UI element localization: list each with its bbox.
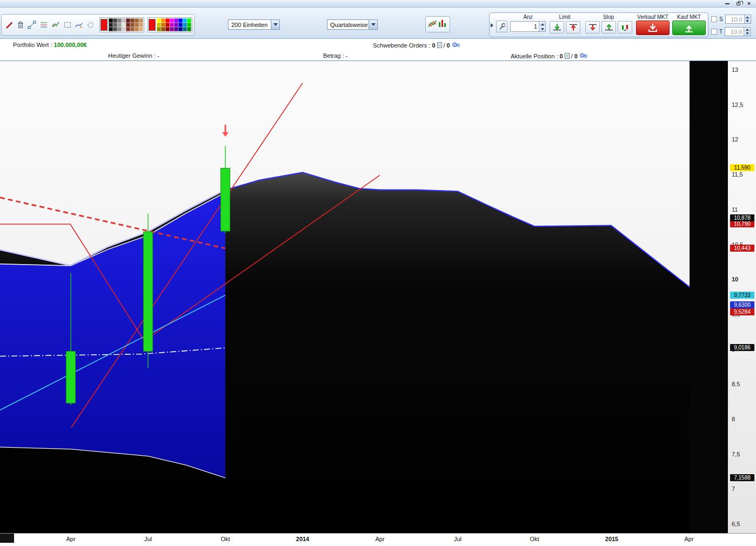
color-swatch[interactable] (178, 23, 183, 27)
order-list-icon[interactable] (437, 42, 442, 48)
palette-dark (99, 17, 144, 32)
color-swatch[interactable] (113, 23, 117, 27)
panel-collapse-arrow[interactable] (491, 23, 493, 28)
minimize-icon (725, 3, 730, 4)
freehand-tool[interactable] (74, 19, 85, 31)
color-swatch[interactable] (161, 23, 165, 27)
color-swatch[interactable] (183, 27, 187, 31)
color-swatch[interactable] (139, 18, 143, 23)
position-settings-gear-icon[interactable]: ⚙⚙ (579, 52, 588, 59)
lasso-tool[interactable] (85, 19, 96, 31)
order-settings-button[interactable] (496, 21, 507, 32)
palette-bright-primary-swatch[interactable] (149, 19, 156, 31)
window-restore-button[interactable] (734, 1, 742, 6)
sell-market-button[interactable] (636, 21, 670, 35)
color-swatch[interactable] (109, 18, 113, 23)
zigzag-tool[interactable] (50, 19, 61, 31)
x-axis-label: Apr (66, 536, 75, 542)
price-chart[interactable]: 1312,51211,51110,5109,598,587,576,5 11,5… (0, 61, 756, 533)
color-swatch[interactable] (178, 27, 183, 31)
color-swatch[interactable] (109, 27, 113, 31)
color-swatch[interactable] (122, 23, 126, 27)
color-swatch[interactable] (165, 18, 170, 23)
fibonacci-tool[interactable] (38, 19, 49, 31)
window-minimize-button[interactable] (724, 1, 731, 6)
color-swatch[interactable] (165, 23, 170, 27)
target-distance-stepper[interactable]: 10.0 (725, 27, 751, 36)
color-swatch[interactable] (109, 23, 113, 27)
buy-stop-button[interactable] (601, 21, 616, 33)
stop-checkbox[interactable] (711, 16, 717, 22)
color-swatch[interactable] (178, 18, 183, 23)
palette-dark-primary-swatch[interactable] (101, 19, 108, 31)
color-swatch[interactable] (130, 18, 135, 23)
trading-app-window: × 200 Einheiten Quartalsweise (0, 0, 756, 546)
stop-label: Stop (585, 14, 632, 20)
color-swatch[interactable] (170, 18, 174, 23)
trendline-tool[interactable] (27, 19, 38, 31)
color-swatch[interactable] (170, 27, 174, 31)
color-swatch[interactable] (117, 27, 122, 31)
quantity-up-button[interactable] (539, 22, 545, 26)
color-swatch[interactable] (174, 23, 178, 27)
target-distance-up-button[interactable] (744, 28, 750, 32)
sell-stop-button[interactable] (585, 21, 600, 33)
stop-limit-button[interactable] (618, 21, 632, 33)
window-close-button[interactable]: × (745, 1, 753, 6)
stop-distance-down-button[interactable] (745, 19, 751, 24)
color-swatch[interactable] (126, 23, 130, 27)
units-dropdown-arrow[interactable] (271, 20, 279, 29)
period-dropdown-arrow[interactable] (369, 20, 377, 29)
color-swatch[interactable] (165, 27, 170, 31)
color-swatch[interactable] (157, 18, 161, 23)
future-strip (690, 61, 728, 533)
orders-settings-gear-icon[interactable]: ⚙⚙ (452, 42, 460, 49)
color-swatch[interactable] (183, 18, 187, 23)
color-swatch[interactable] (117, 23, 122, 27)
chart-canvas[interactable] (0, 61, 756, 533)
period-dropdown[interactable]: Quartalsweise (327, 19, 378, 30)
color-swatch[interactable] (174, 27, 178, 31)
color-swatch[interactable] (135, 23, 139, 27)
position-list-icon[interactable] (565, 53, 570, 59)
color-swatch[interactable] (161, 18, 165, 23)
color-swatch[interactable] (157, 27, 161, 31)
chart-type-button[interactable] (425, 16, 450, 32)
stop-distance-up-button[interactable] (745, 15, 751, 19)
sell-limit-button[interactable] (566, 21, 580, 33)
color-swatch[interactable] (139, 23, 143, 27)
stop-distance-stepper[interactable]: 10.0 (725, 15, 751, 24)
color-swatch[interactable] (187, 18, 191, 23)
selection-tool[interactable] (62, 19, 73, 31)
color-swatch[interactable] (130, 27, 135, 31)
color-swatch[interactable] (187, 23, 191, 27)
color-swatch[interactable] (187, 27, 191, 31)
color-swatch[interactable] (122, 27, 126, 31)
scrollbar-notch[interactable] (0, 534, 14, 543)
color-swatch[interactable] (183, 23, 187, 27)
color-swatch[interactable] (113, 18, 117, 23)
quantity-down-button[interactable] (539, 26, 545, 31)
buy-limit-button[interactable] (550, 21, 564, 33)
target-distance-down-button[interactable] (744, 32, 750, 36)
buy-market-button[interactable] (672, 21, 706, 35)
color-swatch[interactable] (157, 23, 161, 27)
quantity-stepper[interactable]: 1 (510, 21, 546, 32)
color-swatch[interactable] (126, 18, 130, 23)
color-swatch[interactable] (126, 27, 130, 31)
color-swatch[interactable] (113, 27, 117, 31)
color-swatch[interactable] (174, 18, 178, 23)
color-swatch[interactable] (130, 23, 135, 27)
color-swatch[interactable] (139, 27, 143, 31)
pen-tool[interactable] (3, 19, 14, 31)
units-dropdown[interactable]: 200 Einheiten (228, 19, 280, 30)
color-swatch[interactable] (117, 18, 122, 23)
color-swatch[interactable] (135, 18, 139, 23)
color-swatch[interactable] (170, 23, 174, 27)
down-arrow-head-icon[interactable] (222, 132, 229, 137)
target-checkbox[interactable] (711, 29, 717, 35)
color-swatch[interactable] (161, 27, 165, 31)
color-swatch[interactable] (135, 27, 139, 31)
eraser-tool[interactable] (15, 19, 26, 31)
color-swatch[interactable] (122, 18, 126, 23)
